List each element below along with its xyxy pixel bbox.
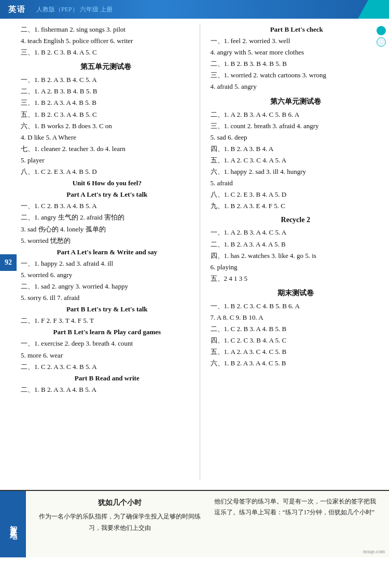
list-item: 四、1. has 2. watches 3. like 4. go 5. is	[209, 250, 383, 262]
list-item: Part A Let's try & Let's talk	[19, 189, 193, 200]
list-item: 二、1. sad 2. angry 3. worried 4. happy	[19, 281, 193, 292]
teal-dot-indicator	[377, 26, 386, 35]
wisdom-title: 犹如几个小时	[36, 496, 204, 509]
list-item: 期末测试卷	[209, 289, 383, 298]
list-item: 第六单元测试卷	[209, 97, 383, 106]
list-item: 一、1. A 2. B 3. A 4. C 5. A	[209, 227, 383, 238]
list-item: 二、1. angry 生气的 2. afraid 害怕的	[19, 212, 193, 223]
watermark: mxqe.com	[363, 549, 385, 554]
list-item: 四、1. B 2. A 3. B 4. A	[209, 143, 383, 155]
wisdom-content-area: 犹如几个小时 作为一名小学的乐队指挥，为了确保学生投入足够的时间练习，我要求他们…	[29, 491, 389, 557]
list-item: Part B Let's check	[209, 24, 383, 35]
wisdom-left-text: 犹如几个小时 作为一名小学的乐队指挥，为了确保学生投入足够的时间练习，我要求他们…	[36, 496, 204, 552]
list-item: 九、1. B 2. A 3. E 4. F 5. C	[209, 200, 383, 212]
list-item: 二、1. B 2. B 3. B 4. B 5. B	[209, 58, 383, 70]
edition-label: 人教版（PEP） 六年级 上册	[36, 5, 113, 14]
list-item: Recycle 2	[209, 216, 383, 224]
list-item: 六、1. B works 2. B does 3. C on	[19, 120, 193, 132]
list-item: 二、1. A 2. B 3. A 4. C 5. B 6. A	[209, 109, 383, 120]
list-item: Part B Let's try & Let's talk	[19, 304, 193, 315]
list-item: 六、1. B 2. A 3. A 4. C 5. B	[209, 358, 383, 369]
list-item: Part A Let's learn & Write and say	[19, 247, 193, 258]
page-number-badge: 92	[0, 254, 17, 271]
list-item: 4. afraid 5. angry	[209, 81, 383, 92]
bottom-wisdom-section: 智趣天地 犹如几个小时 作为一名小学的乐队指挥，为了确保学生投入足够的时间练习，…	[0, 490, 389, 557]
list-item: 七、1. cleaner 2. teacher 3. do 4. learn	[19, 143, 193, 155]
wisdom-badge: 智趣天地	[0, 491, 26, 557]
list-item: 5. worried 忧愁的	[19, 235, 193, 247]
list-item: 三、1. B 2. C 3. B 4. A 5. C	[19, 47, 193, 58]
wisdom-badge-text: 智趣天地	[8, 520, 18, 528]
main-content: 二、1. fisherman 2. sing songs 3. pilot 4.…	[0, 19, 389, 486]
list-item: 5. player	[19, 155, 193, 166]
list-item: 一、1. exercise 2. deep 3. breath 4. count	[19, 338, 193, 349]
list-item: 五、1. A 2. A 3. C 4. C 5. B	[209, 346, 383, 358]
list-item: 4. teach English 5. police officer 6. wr…	[19, 35, 193, 47]
list-item: 八、1. C 2. E 3. B 4. A 5. D	[209, 189, 383, 200]
list-item: 一、1. happy 2. sad 3. afraid 4. ill	[19, 258, 193, 269]
list-item: 八、1. C 2. E 3. A 4. B 5. D	[19, 166, 193, 177]
list-item: 五、1. B 2. C 3. A 4. B 5. C	[19, 109, 193, 120]
right-column: Part B Let's check一、1. feel 2. worried 3…	[200, 24, 383, 481]
list-item: 一、1. feel 2. worried 3. well	[209, 35, 383, 47]
list-item: 二、1. F 2. F 3. T 4. F 5. T	[19, 315, 193, 326]
list-item: 4. D like 5. A Where	[19, 132, 193, 143]
list-item: 5. more 6. wear	[19, 350, 193, 361]
list-item: 二、1. A 2. B 3. B 4. B 5. B	[19, 86, 193, 97]
list-item: 五、2 4 1 3 5	[209, 273, 383, 284]
list-item: 5. worried 6. angry	[19, 269, 193, 281]
list-item: 二、1. fisherman 2. sing songs 3. pilot	[19, 24, 193, 35]
list-item: 6. playing	[209, 262, 383, 273]
list-item: 一、1. C 2. B 3. A 4. B 5. A	[19, 200, 193, 212]
list-item: Part B Read and write	[19, 373, 193, 384]
list-item: 三、1. B 2. A 3. A 4. B 5. B	[19, 97, 193, 108]
list-item: Unit 6 How do you feel?	[19, 177, 193, 189]
list-item: 二、1. C 2. A 3. C 4. B 5. A	[19, 361, 193, 373]
page-header: 英语 人教版（PEP） 六年级 上册	[0, 0, 389, 19]
list-item: 二、1. C 2. B 3. A 4. B 5. B	[209, 323, 383, 335]
list-item: 7. A 8. C 9. B 10. A	[209, 312, 383, 323]
list-item: Part B Let's learn & Play card games	[19, 326, 193, 338]
teal-dot-outline-indicator	[377, 37, 386, 47]
list-item: 第五单元测试卷	[19, 62, 193, 72]
list-item: 四、1. C 2. C 3. B 4. A 5. C	[209, 335, 383, 346]
list-item: 三、1. worried 2. watch cartoons 3. wrong	[209, 70, 383, 81]
list-item: 一、1. B 2. A 3. B 4. C 5. A	[19, 74, 193, 86]
header-teal-accent	[358, 0, 389, 19]
list-item: 5. afraid	[209, 177, 383, 189]
list-item: 5. sorry 6. ill 7. afraid	[19, 292, 193, 304]
list-item: 二、1. B 2. A 3. A 4. B 5. A	[19, 384, 193, 395]
wisdom-left-para: 作为一名小学的乐队指挥，为了确保学生投入足够的时间练习，我要求他们上交由	[36, 511, 204, 534]
subject-label: 英语	[8, 5, 26, 15]
wisdom-right-para: 他们父母签字的练习单。可是有一次，一位家长的签字把我逗乐了。练习单上写着：“练习…	[214, 496, 382, 552]
list-item: 三、1. count 2. breath 3. afraid 4. angry	[209, 120, 383, 132]
list-item: 二、1. B 2. A 3. A 4. A 5. B	[209, 239, 383, 250]
list-item: 4. angry with 5. wear more clothes	[209, 47, 383, 58]
list-item: 5. sad 6. deep	[209, 132, 383, 143]
list-item: 3. sad 伤心的 4. lonely 孤单的	[19, 224, 193, 235]
list-item: 一、1. B 2. C 3. C 4. B 5. B 6. A	[209, 300, 383, 312]
left-column: 二、1. fisherman 2. sing songs 3. pilot 4.…	[19, 24, 200, 481]
list-item: 五、1. A 2. C 3. C 4. A 5. A	[209, 155, 383, 166]
list-item: 六、1. happy 2. sad 3. ill 4. hungry	[209, 166, 383, 177]
